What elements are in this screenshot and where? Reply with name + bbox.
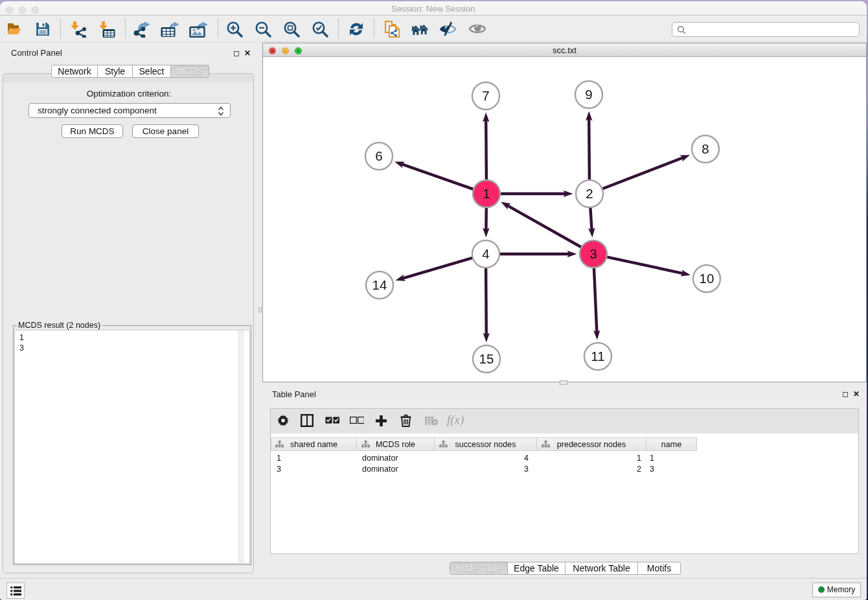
svg-text:3: 3 xyxy=(589,246,597,261)
svg-text:14: 14 xyxy=(372,277,387,292)
svg-text:9: 9 xyxy=(585,87,592,102)
svg-text:15: 15 xyxy=(479,351,494,366)
svg-text:11: 11 xyxy=(591,349,604,363)
svg-text:4: 4 xyxy=(482,246,489,261)
svg-text:8: 8 xyxy=(702,141,709,156)
svg-text:2: 2 xyxy=(586,186,593,201)
svg-text:10: 10 xyxy=(700,271,714,286)
svg-text:1: 1 xyxy=(483,186,490,201)
svg-text:6: 6 xyxy=(375,148,382,163)
svg-text:7: 7 xyxy=(482,88,489,103)
